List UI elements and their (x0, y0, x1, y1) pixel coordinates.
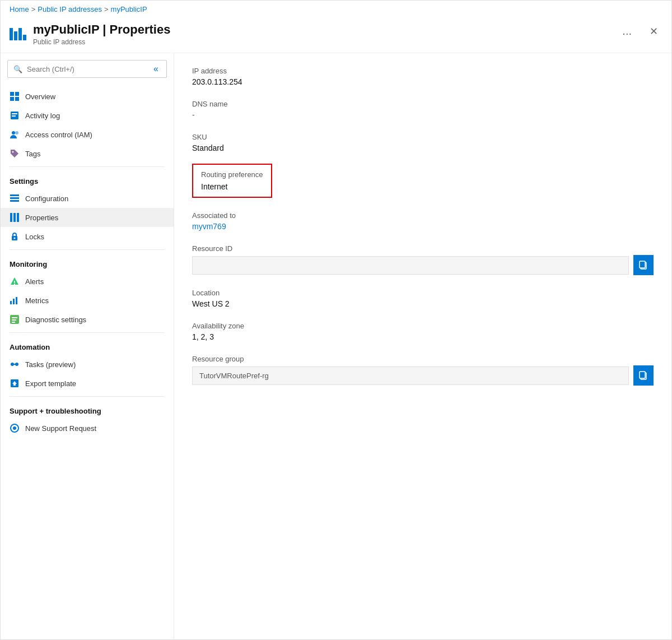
associated-to-value[interactable]: myvm769 (192, 222, 654, 231)
sidebar-item-tasks[interactable]: Tasks (preview) (1, 355, 174, 374)
location-group: Location West US 2 (192, 289, 654, 308)
configuration-icon (10, 193, 20, 203)
resource-id-row (192, 255, 654, 275)
sidebar-item-export[interactable]: Export template (1, 374, 174, 393)
page-subtitle: Public IP address (33, 38, 170, 46)
svg-point-8 (15, 131, 18, 135)
sidebar-item-metrics[interactable]: Metrics (1, 291, 174, 310)
sku-group: SKU Standard (192, 133, 654, 152)
sidebar-item-overview[interactable]: Overview (1, 87, 174, 106)
resource-group-group: Resource group (192, 355, 654, 386)
sidebar-item-label: Metrics (25, 296, 49, 305)
breadcrumb-home[interactable]: Home (10, 5, 29, 13)
tasks-icon (10, 359, 20, 369)
sku-value: Standard (192, 143, 654, 152)
search-icon: 🔍 (13, 65, 22, 73)
svg-rect-21 (10, 301, 12, 304)
resource-group-row (192, 365, 654, 386)
sidebar-item-support[interactable]: New Support Request (1, 419, 174, 438)
resource-id-label: Resource ID (192, 244, 654, 253)
availability-zone-label: Availability zone (192, 322, 654, 330)
sidebar-item-label: Activity log (25, 112, 60, 120)
sidebar-item-properties[interactable]: Properties (1, 208, 174, 227)
search-input[interactable] (27, 65, 147, 73)
dns-name-value: - (192, 110, 654, 119)
svg-rect-19 (14, 281, 15, 283)
sidebar-item-label: Tasks (preview) (25, 360, 76, 369)
sidebar-item-label: Tags (25, 150, 40, 158)
page-title: myPublicIP | Properties (33, 22, 170, 37)
export-icon (10, 378, 20, 388)
sidebar-item-label: Diagnostic settings (25, 316, 86, 324)
associated-to-group: Associated to myvm769 (192, 211, 654, 231)
sidebar-item-label: New Support Request (25, 424, 96, 433)
dns-name-label: DNS name (192, 100, 654, 108)
resource-id-group: Resource ID (192, 244, 654, 275)
close-button[interactable]: ✕ (645, 23, 662, 40)
sku-label: SKU (192, 133, 654, 141)
support-section-label: Support + troubleshooting (1, 400, 174, 419)
svg-rect-27 (12, 322, 15, 323)
sidebar-item-configuration[interactable]: Configuration (1, 189, 174, 208)
associated-to-label: Associated to (192, 211, 654, 220)
search-box[interactable]: 🔍 « (7, 60, 167, 78)
svg-rect-2 (10, 97, 14, 101)
svg-rect-23 (16, 297, 17, 304)
svg-rect-5 (12, 113, 17, 114)
resource-id-input[interactable] (192, 256, 629, 275)
sidebar-item-activity-log[interactable]: Activity log (1, 106, 174, 125)
breadcrumb-sep2: > (104, 5, 109, 13)
page-header: myPublicIP | Properties Public IP addres… (1, 18, 671, 53)
resource-id-copy-button[interactable] (633, 255, 654, 275)
diagnostics-icon (10, 314, 20, 324)
svg-point-9 (12, 151, 14, 153)
routing-preference-group: Routing preference Internet (192, 166, 654, 198)
svg-rect-11 (10, 197, 19, 199)
dns-name-group: DNS name - (192, 100, 654, 119)
routing-preference-box: Routing preference Internet (192, 164, 272, 198)
resource-group-input[interactable] (192, 367, 629, 385)
routing-preference-value: Internet (201, 182, 263, 191)
resource-group-label: Resource group (192, 355, 654, 363)
automation-divider (10, 332, 165, 333)
availability-zone-value: 1, 2, 3 (192, 332, 654, 341)
breadcrumb-sep1: > (31, 5, 36, 13)
svg-rect-15 (17, 213, 19, 222)
sidebar-item-tags[interactable]: Tags (1, 144, 174, 163)
automation-section-label: Automation (1, 336, 174, 355)
activity-log-icon (10, 110, 20, 120)
sidebar-item-locks[interactable]: Locks (1, 227, 174, 246)
svg-point-34 (13, 426, 16, 430)
svg-rect-26 (12, 319, 16, 321)
breadcrumb-current[interactable]: myPublicIP (111, 5, 147, 13)
svg-rect-38 (640, 372, 645, 378)
svg-rect-22 (13, 299, 15, 304)
settings-section-label: Settings (1, 170, 174, 189)
routing-preference-label: Routing preference (201, 170, 263, 179)
more-options-button[interactable]: ... (618, 22, 636, 40)
overview-icon (10, 91, 20, 101)
sidebar-item-label: Configuration (25, 194, 68, 203)
location-label: Location (192, 289, 654, 297)
svg-rect-20 (14, 284, 15, 285)
ip-address-value: 203.0.113.254 (192, 77, 654, 86)
sidebar-item-label: Export template (25, 379, 76, 388)
collapse-sidebar-button[interactable]: « (151, 64, 161, 74)
svg-rect-10 (10, 194, 19, 196)
svg-rect-30 (12, 364, 17, 365)
sidebar-item-diagnostics[interactable]: Diagnostic settings (1, 310, 174, 329)
sidebar-item-alerts[interactable]: Alerts (1, 272, 174, 291)
breadcrumb-public-ip[interactable]: Public IP addresses (38, 5, 102, 13)
tags-icon (10, 149, 20, 159)
resource-group-copy-button[interactable] (633, 365, 654, 386)
sidebar-item-iam[interactable]: Access control (IAM) (1, 125, 174, 144)
support-divider (10, 396, 165, 397)
svg-point-17 (14, 238, 16, 239)
content-area: IP address 203.0.113.254 DNS name - SKU … (174, 53, 671, 639)
locks-icon (10, 231, 20, 242)
sidebar-item-label: Overview (25, 92, 55, 101)
svg-rect-0 (10, 92, 14, 96)
sidebar-item-label: Properties (25, 214, 58, 222)
breadcrumb: Home > Public IP addresses > myPublicIP (1, 1, 671, 18)
alerts-icon (10, 276, 20, 286)
